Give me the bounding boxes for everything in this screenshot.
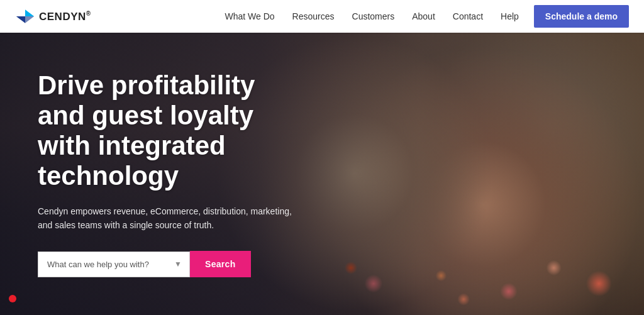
cendyn-logo-icon: [15, 8, 35, 25]
red-dot-decoration: [9, 295, 16, 302]
svg-marker-0: [25, 9, 34, 16]
nav-link-contact[interactable]: Contact: [453, 11, 483, 21]
search-select[interactable]: What can we help you with? Revenue Manag…: [38, 252, 189, 277]
search-bar: What can we help you with? Revenue Manag…: [38, 251, 302, 277]
nav-link-help[interactable]: Help: [501, 11, 519, 21]
hero-heading: Drive profitability and guest loyalty wi…: [38, 70, 302, 192]
navbar: CENDYN® What We Do Resources Customers A…: [0, 0, 644, 33]
nav-item-what-we-do[interactable]: What We Do: [225, 11, 274, 22]
nav-item-resources[interactable]: Resources: [292, 11, 335, 22]
hero-subtext: Cendyn empowers revenue, eCommerce, dist…: [38, 204, 302, 233]
nav-link-resources[interactable]: Resources: [292, 11, 335, 21]
nav-item-contact[interactable]: Contact: [453, 11, 483, 22]
hero-section: CENDYN® What We Do Resources Customers A…: [0, 0, 644, 315]
nav-item-help[interactable]: Help: [501, 11, 519, 22]
nav-links: What We Do Resources Customers About Con…: [225, 11, 518, 22]
logo[interactable]: CENDYN®: [15, 8, 91, 25]
nav-item-about[interactable]: About: [412, 11, 435, 22]
nav-link-customers[interactable]: Customers: [352, 11, 395, 21]
nav-item-customers[interactable]: Customers: [352, 11, 395, 22]
nav-link-what-we-do[interactable]: What We Do: [225, 11, 274, 21]
hero-content: Drive profitability and guest loyalty wi…: [0, 33, 340, 315]
search-button[interactable]: Search: [190, 251, 251, 277]
search-select-wrapper[interactable]: What can we help you with? Revenue Manag…: [38, 251, 190, 277]
schedule-demo-button[interactable]: Schedule a demo: [534, 5, 629, 28]
svg-marker-2: [25, 16, 34, 23]
svg-marker-1: [16, 16, 25, 23]
nav-link-about[interactable]: About: [412, 11, 435, 21]
logo-text: CENDYN®: [39, 10, 91, 23]
